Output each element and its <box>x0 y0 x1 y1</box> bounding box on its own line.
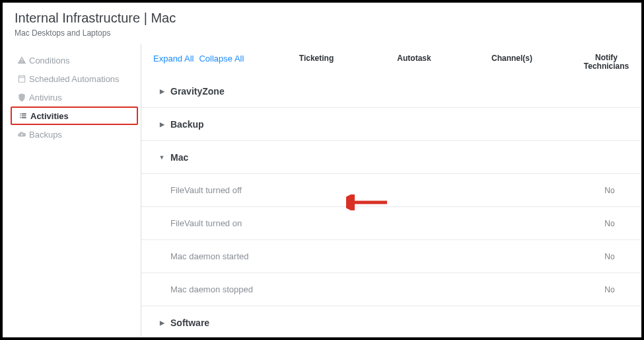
activity-label: FileVault turned off <box>153 185 591 195</box>
col-channels: Channel(s) <box>485 54 538 71</box>
expand-toggle-icon[interactable]: ▶ <box>153 121 170 128</box>
expand-all-link[interactable]: Expand All <box>153 54 194 64</box>
activity-item-daemon-stopped[interactable]: Mac daemon stopped No <box>141 273 641 306</box>
group-mac[interactable]: ▼ Mac <box>141 141 641 174</box>
sidebar-item-label: Backups <box>29 130 62 140</box>
sidebar-item-conditions[interactable]: Conditions <box>11 51 138 69</box>
warning-triangle-icon <box>15 56 29 65</box>
sidebar-item-activities[interactable]: Activities <box>11 106 138 125</box>
sidebar: Conditions Scheduled Automations Antivir… <box>3 44 138 337</box>
sidebar-item-label: Antivirus <box>29 93 62 103</box>
sidebar-item-antivirus[interactable]: Antivirus <box>11 88 138 106</box>
group-label: Mac <box>170 152 188 163</box>
activity-label: FileVault turned on <box>153 218 591 228</box>
col-autotask: Autotask <box>388 54 441 71</box>
activity-rows: ▶ GravityZone ▶ Backup ▼ Mac FileVault t… <box>141 75 641 337</box>
cloud-upload-icon <box>15 130 29 139</box>
main-panel: Expand All Collapse All Ticketing Autota… <box>141 44 641 337</box>
expand-toggle-icon[interactable]: ▶ <box>153 319 170 326</box>
notify-value: No <box>591 285 628 294</box>
activity-label: Mac daemon stopped <box>153 284 591 294</box>
activity-item-filevault-on[interactable]: FileVault turned on No <box>141 207 641 240</box>
sidebar-item-scheduled-automations[interactable]: Scheduled Automations <box>11 69 138 88</box>
column-headers: Ticketing Autotask Channel(s) Notify Tec… <box>290 54 629 71</box>
notify-value: No <box>591 252 628 261</box>
notify-value: No <box>591 186 628 195</box>
shield-icon <box>15 93 29 102</box>
activity-item-filevault-off[interactable]: FileVault turned off No <box>141 174 641 207</box>
sidebar-item-label: Activities <box>30 111 69 121</box>
group-gravityzone[interactable]: ▶ GravityZone <box>141 75 641 108</box>
list-icon <box>16 111 30 120</box>
calendar-icon <box>15 74 29 83</box>
sidebar-item-label: Scheduled Automations <box>29 74 120 84</box>
sidebar-item-backups[interactable]: Backups <box>11 125 138 144</box>
col-ticketing: Ticketing <box>290 54 343 71</box>
activity-label: Mac daemon started <box>153 251 591 261</box>
page-header: Internal Infrastructure | Mac Mac Deskto… <box>3 3 641 44</box>
activity-item-daemon-started[interactable]: Mac daemon started No <box>141 240 641 273</box>
col-notify: Notify Technicians <box>583 54 629 71</box>
group-label: Backup <box>170 119 204 130</box>
page-title: Internal Infrastructure | Mac <box>15 11 629 26</box>
page-subtitle: Mac Desktops and Laptops <box>15 28 629 38</box>
notify-value: No <box>591 219 628 228</box>
group-label: Software <box>170 318 209 328</box>
collapse-toggle-icon[interactable]: ▼ <box>153 154 170 161</box>
group-label: GravityZone <box>170 86 225 97</box>
sidebar-item-label: Conditions <box>29 56 69 65</box>
group-software[interactable]: ▶ Software <box>141 306 641 337</box>
expand-toggle-icon[interactable]: ▶ <box>153 88 170 95</box>
collapse-all-link[interactable]: Collapse All <box>199 54 244 64</box>
group-backup[interactable]: ▶ Backup <box>141 108 641 141</box>
